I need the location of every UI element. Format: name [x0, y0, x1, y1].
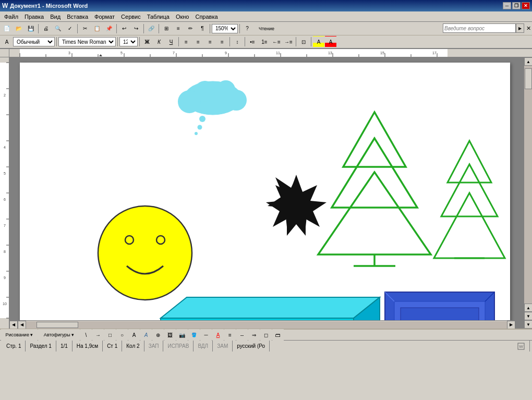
- menu-table[interactable]: Таблица: [144, 13, 173, 21]
- fmt-sep3: [139, 37, 140, 46]
- fmt-sep7: [296, 37, 296, 46]
- smiley-shape[interactable]: [98, 206, 192, 300]
- menu-help[interactable]: Справка: [192, 13, 221, 21]
- line-color-btn[interactable]: ─: [200, 329, 212, 341]
- open-button[interactable]: 📂: [13, 23, 25, 34]
- wordart-btn[interactable]: A: [140, 329, 152, 341]
- numbering-button[interactable]: 1≡: [259, 36, 270, 47]
- svg-point-56: [195, 132, 198, 135]
- drawing-canvas: [20, 63, 510, 329]
- table-btn[interactable]: ⊞: [161, 23, 172, 34]
- spell-check-button[interactable]: ✓: [64, 23, 76, 34]
- 3d-btn[interactable]: 🗃: [272, 329, 284, 341]
- tree2-shape[interactable]: [434, 141, 505, 258]
- redo-button[interactable]: ↪: [130, 23, 142, 34]
- print-preview-button[interactable]: 🔍: [52, 23, 64, 34]
- vscroll-thumb[interactable]: [525, 68, 532, 89]
- zam-status[interactable]: ЗАМ: [213, 341, 233, 351]
- tree1-shape[interactable]: [318, 112, 431, 266]
- menu-file[interactable]: Файл: [1, 13, 21, 21]
- underline-button[interactable]: Ч: [165, 36, 177, 47]
- help-btn2[interactable]: ?: [241, 23, 253, 34]
- drawing-menu-btn[interactable]: Рисование ▾: [1, 329, 38, 341]
- italic-button[interactable]: К: [153, 36, 165, 47]
- scroll-up-button[interactable]: ▲: [524, 57, 532, 66]
- textbox-btn[interactable]: A: [128, 329, 140, 341]
- line-status: Ст 1: [103, 341, 122, 351]
- line-tool-btn[interactable]: \: [80, 329, 92, 341]
- align-justify-button[interactable]: ≡: [216, 36, 228, 47]
- insert-diagram-btn[interactable]: ⊕: [152, 329, 164, 341]
- menu-view[interactable]: Вид: [47, 13, 64, 21]
- titlebar-controls: ─ ❐ ✕: [503, 2, 530, 9]
- menu-bar: Файл Правка Вид Вставка Формат Сервис Та…: [0, 11, 532, 22]
- fill-color-btn[interactable]: 🪣: [188, 329, 200, 341]
- menu-format[interactable]: Формат: [91, 13, 118, 21]
- prev-page-button[interactable]: ▲: [524, 304, 532, 312]
- starburst-shape[interactable]: [266, 175, 327, 236]
- vdl-status[interactable]: ВДЛ: [194, 341, 213, 351]
- new-button[interactable]: 📄: [1, 23, 13, 34]
- insert-image-btn[interactable]: 📷: [176, 329, 188, 341]
- line-style-btn[interactable]: ≡: [224, 329, 236, 341]
- isp-status[interactable]: ИСПРАВ: [163, 341, 194, 351]
- size-select[interactable]: 12: [119, 37, 138, 46]
- columns-btn[interactable]: ≡: [173, 23, 184, 34]
- help-close[interactable]: ✕: [526, 25, 531, 32]
- restore-button[interactable]: ❐: [512, 2, 521, 9]
- oval-tool-btn[interactable]: ○: [116, 329, 128, 341]
- menu-insert[interactable]: Вставка: [64, 13, 91, 21]
- print-button[interactable]: 🖨: [40, 23, 52, 34]
- font-color-button[interactable]: A: [325, 36, 336, 47]
- decrease-indent-button[interactable]: ←≡: [271, 36, 282, 47]
- shadow-btn[interactable]: ◻: [260, 329, 272, 341]
- align-right-button[interactable]: ≡: [204, 36, 216, 47]
- scroll-left-button[interactable]: ◀: [9, 321, 18, 329]
- bullets-button[interactable]: •≡: [247, 36, 258, 47]
- minimize-button[interactable]: ─: [503, 2, 511, 9]
- cut-button[interactable]: ✂: [79, 23, 91, 34]
- line-spacing-button[interactable]: ↕: [232, 36, 243, 47]
- bold-button[interactable]: Ж: [141, 36, 153, 47]
- highlight-button[interactable]: A: [313, 36, 324, 47]
- increase-indent-button[interactable]: →≡: [283, 36, 294, 47]
- cloud-shape[interactable]: [178, 80, 247, 135]
- scroll-down-button[interactable]: ▼: [524, 320, 532, 329]
- close-button[interactable]: ✕: [522, 2, 530, 9]
- undo-button[interactable]: ↩: [118, 23, 130, 34]
- menu-edit[interactable]: Правка: [21, 13, 47, 21]
- paste-button[interactable]: 📌: [103, 23, 115, 34]
- help-search-button[interactable]: ▶: [516, 23, 524, 33]
- drawing-btn[interactable]: ✏: [185, 23, 196, 34]
- rec-status[interactable]: ЗАП: [144, 341, 164, 351]
- style-select[interactable]: Обычный: [13, 37, 55, 46]
- copy-button[interactable]: 📋: [91, 23, 103, 34]
- lang-status[interactable]: русский (Ро: [233, 341, 270, 351]
- horizontal-ruler: 3 5 7 9 11 13 15 17: [9, 49, 532, 57]
- font-color-btn2[interactable]: A: [212, 329, 224, 341]
- align-left-button[interactable]: ≡: [180, 36, 192, 47]
- scroll-right-button[interactable]: ▶: [507, 321, 515, 329]
- next-page-button[interactable]: ▼: [524, 312, 532, 320]
- read-mode-btn[interactable]: Чтение: [253, 23, 280, 34]
- svg-text:17: 17: [432, 51, 437, 55]
- rect-tool-btn[interactable]: □: [104, 329, 116, 341]
- hscroll-thumb[interactable]: [37, 322, 78, 328]
- scroll-left2-button[interactable]: ◀: [18, 321, 26, 329]
- save-button[interactable]: 💾: [25, 23, 37, 34]
- autoshapes-btn[interactable]: Автофигуры ▾: [38, 329, 80, 341]
- align-center-button[interactable]: ≡: [192, 36, 204, 47]
- arrow-style-btn[interactable]: ⇒: [248, 329, 260, 341]
- insert-clipart-btn[interactable]: 🖼: [164, 329, 176, 341]
- outside-border-button[interactable]: ⊡: [298, 36, 309, 47]
- show-para-btn[interactable]: ¶: [197, 23, 208, 34]
- hyperlink-button[interactable]: 🔗: [146, 23, 157, 34]
- help-search-input[interactable]: [443, 23, 516, 33]
- menu-tools[interactable]: Сервис: [118, 13, 144, 21]
- arrow-tool-btn[interactable]: →: [92, 329, 104, 341]
- font-select[interactable]: Times New Roman: [58, 37, 116, 46]
- zoom-select[interactable]: 150% 100% 75%: [212, 24, 238, 33]
- menu-window[interactable]: Окно: [173, 13, 192, 21]
- dash-style-btn[interactable]: --: [236, 329, 248, 341]
- style-dropdown-btn[interactable]: A: [1, 36, 13, 47]
